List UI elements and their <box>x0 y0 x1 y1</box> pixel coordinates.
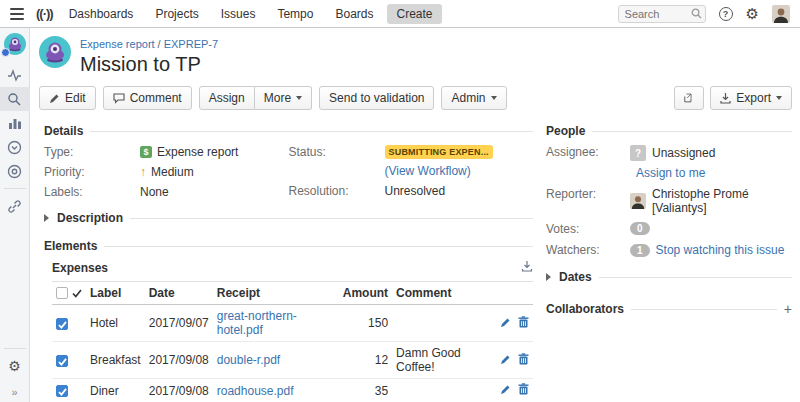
share-icon <box>684 92 694 104</box>
delete-expense-icon[interactable] <box>518 353 529 368</box>
add-collaborator-button[interactable]: + <box>784 304 792 314</box>
stop-watching-link[interactable]: Stop watching this issue <box>656 243 785 257</box>
row-checkbox[interactable] <box>56 385 68 397</box>
sidebar-settings-icon[interactable]: ⚙ <box>0 354 30 378</box>
resolution-value: Unresolved <box>385 184 446 198</box>
breadcrumb-issue-link[interactable]: EXPREP-7 <box>164 38 218 50</box>
settings-gear-icon[interactable]: ⚙ <box>746 6 759 21</box>
col-header-date: Date <box>145 282 213 305</box>
priority-value: Medium <box>151 165 194 179</box>
delete-expense-icon[interactable] <box>518 383 529 398</box>
expenses-panel: Expenses Label Date Receipt <box>44 260 533 402</box>
activity-icon[interactable] <box>0 63 30 87</box>
nav-item-tempo[interactable]: Tempo <box>277 7 313 21</box>
status-badge: SUBMITTING EXPEN... <box>385 145 493 159</box>
project-sidebar: ⚙ » <box>0 28 30 402</box>
issue-header: Expense report/EXPREP-7 Mission to TP <box>39 34 792 79</box>
watchers-badge[interactable]: 1 <box>630 244 650 257</box>
priority-label: Priority: <box>44 165 140 179</box>
help-icon[interactable]: ? <box>719 7 733 21</box>
expenses-tbody: Hotel2017/09/07great-northern-hotel.pdf1… <box>52 305 533 402</box>
labels-label: Labels: <box>44 185 140 199</box>
chevron-down-icon <box>776 96 782 100</box>
expense-date: 2017/09/08 <box>145 342 213 379</box>
assign-to-me-link[interactable]: Assign to me <box>636 166 705 180</box>
expand-chevron-icon <box>546 273 551 281</box>
project-avatar-small[interactable] <box>4 33 26 55</box>
admin-button[interactable]: Admin <box>441 86 506 110</box>
comment-button[interactable]: Comment <box>103 86 192 110</box>
status-label: Status: <box>289 145 385 159</box>
elements-module-header: Elements <box>44 239 533 253</box>
nav-item-issues[interactable]: Issues <box>221 7 256 21</box>
assign-group: Assign More <box>199 86 312 110</box>
people-module-header: People <box>546 124 792 138</box>
edit-expense-icon[interactable] <box>500 354 511 368</box>
sidebar-avatar-badge <box>1 48 10 57</box>
search-issues-icon[interactable] <box>0 87 30 111</box>
expense-type-icon: $ <box>140 146 152 158</box>
expense-date: 2017/09/08 <box>145 379 213 402</box>
nav-item-dashboards[interactable]: Dashboards <box>69 7 134 21</box>
select-all-checkbox[interactable] <box>56 287 68 299</box>
expenses-export-icon[interactable] <box>521 260 533 275</box>
links-icon[interactable] <box>0 194 30 218</box>
reports-icon[interactable] <box>0 111 30 135</box>
receipt-link[interactable]: great-northern-hotel.pdf <box>217 309 297 337</box>
edit-button[interactable]: Edit <box>39 86 96 110</box>
details-fields: Type: $Expense report Priority: ↑Medium … <box>44 145 533 205</box>
expense-date: 2017/09/07 <box>145 305 213 342</box>
dates-module-header[interactable]: Dates <box>546 270 792 284</box>
expenses-table: Label Date Receipt Amount Comment Hotel2… <box>52 281 533 402</box>
chevron-down-icon <box>296 96 302 100</box>
resolution-label: Resolution: <box>289 184 385 198</box>
details-module-header: Details <box>44 124 533 138</box>
assignee-label: Assignee: <box>546 145 630 159</box>
assign-button[interactable]: Assign <box>199 86 255 110</box>
share-button[interactable] <box>674 86 704 110</box>
topnav-menu: DashboardsProjectsIssuesTempoBoards <box>69 7 374 21</box>
expense-amount: 150 <box>339 305 392 342</box>
view-workflow-link[interactable]: (View Workflow) <box>385 164 471 178</box>
releases-clock-icon[interactable] <box>0 135 30 159</box>
reporter-avatar <box>630 193 646 209</box>
app-logo[interactable]: ((·)) <box>36 6 53 21</box>
expense-comment <box>392 305 489 342</box>
edit-expense-icon[interactable] <box>500 384 511 398</box>
description-module-header[interactable]: Description <box>44 211 533 225</box>
components-target-icon[interactable] <box>0 159 30 183</box>
row-checkbox[interactable] <box>56 355 68 367</box>
issue-toolbar: Edit Comment Assign More Send to validat… <box>39 86 792 110</box>
edit-expense-icon[interactable] <box>500 317 511 331</box>
project-avatar[interactable] <box>39 36 71 68</box>
receipt-link[interactable]: double-r.pdf <box>217 353 280 367</box>
sidebar-expand-icon[interactable]: » <box>11 386 17 398</box>
breadcrumb: Expense report/EXPREP-7 <box>80 37 218 51</box>
user-avatar[interactable] <box>772 5 790 23</box>
search-box <box>618 5 706 23</box>
expense-amount: 12 <box>339 342 392 379</box>
votes-badge[interactable]: 0 <box>630 222 650 235</box>
more-button[interactable]: More <box>255 86 312 110</box>
export-button[interactable]: Export <box>710 86 792 110</box>
reporter-label: Reporter: <box>546 187 630 201</box>
topnav-right: ? ⚙ <box>618 5 790 23</box>
create-button[interactable]: Create <box>387 4 441 24</box>
col-header-comment: Comment <box>392 282 489 305</box>
nav-item-projects[interactable]: Projects <box>155 7 198 21</box>
expense-row: Diner2017/09/08roadhouse.pdf35 <box>52 379 533 402</box>
nav-item-boards[interactable]: Boards <box>335 7 373 21</box>
pencil-icon <box>49 93 60 104</box>
watchers-label: Watchers: <box>546 243 630 257</box>
labels-value: None <box>140 185 169 199</box>
row-checkbox[interactable] <box>56 318 68 330</box>
send-to-validation-button[interactable]: Send to validation <box>319 86 434 110</box>
hamburger-menu-icon[interactable] <box>10 8 24 20</box>
breadcrumb-project-link[interactable]: Expense report <box>80 38 155 50</box>
delete-expense-icon[interactable] <box>518 316 529 331</box>
search-icon <box>691 8 702 19</box>
col-header-amount: Amount <box>339 282 392 305</box>
receipt-link[interactable]: roadhouse.pdf <box>217 384 294 398</box>
sidebar-divider-bottom <box>4 348 26 349</box>
collaborators-module-header: Collaborators + <box>546 302 792 316</box>
